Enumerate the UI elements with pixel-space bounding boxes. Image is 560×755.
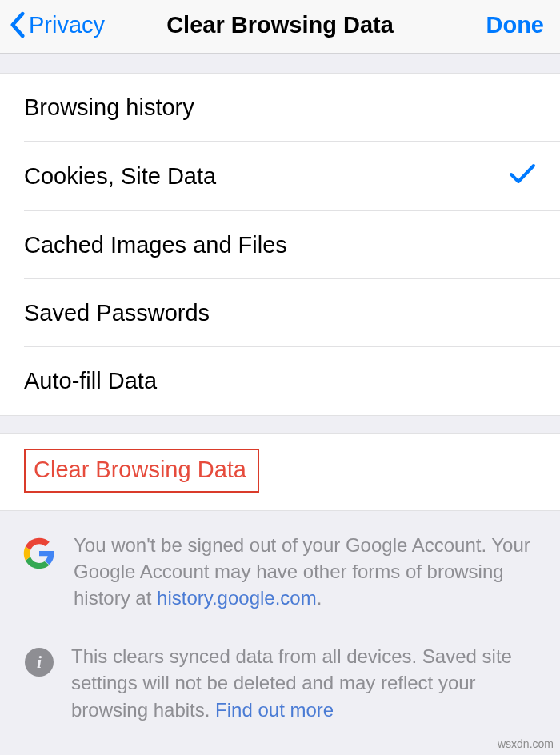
chevron-left-icon [10, 11, 26, 38]
footer-notes: You won't be signed out of your Google A… [0, 511, 560, 723]
done-button[interactable]: Done [486, 12, 545, 38]
checkmark-icon [509, 162, 536, 190]
back-label: Privacy [29, 12, 105, 38]
option-browsing-history[interactable]: Browsing history [0, 74, 560, 142]
sync-note-text: This clears synced data from all devices… [71, 643, 538, 722]
option-label: Auto-fill Data [24, 368, 157, 394]
clear-section: Clear Browsing Data [0, 433, 560, 511]
option-cached-images-files[interactable]: Cached Images and Files [0, 211, 560, 279]
page-title: Clear Browsing Data [166, 12, 394, 38]
option-saved-passwords[interactable]: Saved Passwords [0, 279, 560, 347]
back-button[interactable]: Privacy [10, 11, 105, 38]
clear-browsing-data-button[interactable]: Clear Browsing Data [24, 449, 259, 493]
history-google-link[interactable]: history.google.com [157, 587, 317, 609]
find-out-more-link[interactable]: Find out more [215, 699, 334, 721]
option-cookies-site-data[interactable]: Cookies, Site Data [0, 142, 560, 211]
info-icon: i [25, 648, 54, 677]
google-account-note: You won't be signed out of your Google A… [22, 532, 538, 611]
data-options-list: Browsing history Cookies, Site Data Cach… [0, 73, 560, 416]
option-label: Saved Passwords [24, 300, 210, 326]
sync-info-note: i This clears synced data from all devic… [22, 643, 538, 722]
option-label: Cached Images and Files [24, 232, 287, 258]
option-label: Browsing history [24, 94, 194, 121]
option-autofill-data[interactable]: Auto-fill Data [0, 347, 560, 415]
google-logo-icon [22, 537, 56, 570]
option-label: Cookies, Site Data [24, 163, 216, 190]
navbar: Privacy Clear Browsing Data Done [0, 0, 560, 54]
watermark: wsxdn.com [498, 737, 554, 750]
google-note-text: You won't be signed out of your Google A… [74, 532, 538, 611]
